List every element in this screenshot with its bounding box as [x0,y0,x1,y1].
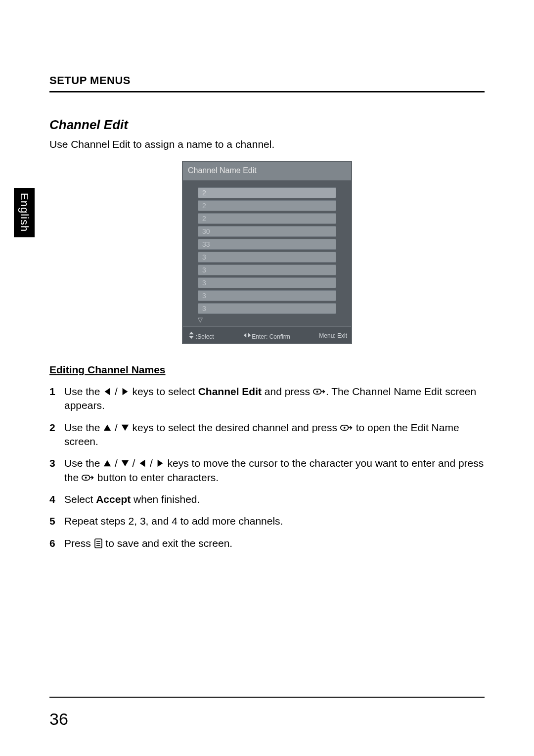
osd-row: 30 [198,226,336,237]
osd-row: 2 [198,200,336,211]
step-3: Use the / / / keys to move the cursor to… [49,456,485,485]
menu-icon [94,538,103,549]
svg-point-17 [85,477,87,479]
manual-page: English SETUP MENUS Channel Edit Use Cha… [0,0,534,756]
language-label: English [18,193,31,232]
step-5: Repeat steps 2, 3, and 4 to add more cha… [49,514,485,528]
header-divider [49,91,485,92]
left-arrow-icon [138,459,147,468]
osd-body: 2 2 2 30 33 3 3 3 3 3 ▽ [183,180,351,326]
osd-title: Channel Name Edit [183,162,351,180]
left-arrow-icon [103,387,112,396]
osd-footer: :Select Enter: Confirm Menu: Exit [183,326,351,343]
down-arrow-icon [121,423,130,432]
accept-bold: Accept [96,493,131,505]
osd-list: 2 2 2 30 33 3 3 3 3 3 [183,187,351,314]
svg-marker-9 [122,424,129,431]
right-arrow-icon [156,459,165,468]
up-arrow-icon [103,459,112,468]
osd-row: 3 [198,265,336,275]
svg-point-7 [316,391,318,393]
osd-row: 2 [198,187,336,198]
header-section-label: SETUP MENUS [49,74,485,87]
osd-row: 3 [198,277,336,288]
enter-icon [340,423,353,433]
osd-row: 3 [198,303,336,314]
svg-marker-14 [140,460,145,467]
osd-row: 33 [198,239,336,250]
svg-marker-5 [122,388,128,395]
step-6: Press to save and exit the screen. [49,536,485,550]
step-1: Use the / keys to select Channel Edit an… [49,385,485,413]
svg-marker-0 [189,332,194,334]
svg-marker-3 [248,333,251,338]
enter-icon [313,387,326,397]
svg-marker-13 [122,460,129,467]
osd-panel: Channel Name Edit 2 2 2 30 33 3 3 3 3 3 … [182,161,352,344]
enter-icon [82,473,94,483]
svg-marker-12 [104,460,111,467]
page-number: 36 [49,710,68,729]
subheading: Editing Channel Names [49,364,485,376]
svg-marker-4 [105,388,110,395]
section-title: Channel Edit [49,117,485,133]
leftright-icon [243,331,252,340]
language-side-tab: English [14,188,35,237]
steps-list: Use the / keys to select Channel Edit an… [49,385,485,550]
osd-screenshot: Channel Name Edit 2 2 2 30 33 3 3 3 3 3 … [49,161,485,344]
osd-footer-select: :Select [187,331,214,340]
down-arrow-icon [121,459,130,468]
svg-point-11 [344,427,346,429]
updown-icon [187,331,196,340]
step-2: Use the / keys to select the desired cha… [49,421,485,449]
svg-marker-8 [104,424,111,431]
channel-edit-bold: Channel Edit [198,386,262,397]
osd-footer-menu: Menu: Exit [319,332,347,339]
svg-marker-1 [189,336,194,339]
svg-marker-2 [244,333,246,338]
up-arrow-icon [103,423,112,432]
osd-footer-enter: Enter: Confirm [243,331,290,340]
osd-row: 2 [198,213,336,224]
osd-more-indicator: ▽ [183,316,351,323]
right-arrow-icon [121,387,130,396]
osd-row: 3 [198,252,336,263]
svg-marker-15 [157,460,163,467]
step-4: Select Accept when finished. [49,492,485,506]
section-intro: Use Channel Edit to assign a name to a c… [49,138,485,150]
footer-divider [49,697,485,698]
osd-row: 3 [198,290,336,301]
